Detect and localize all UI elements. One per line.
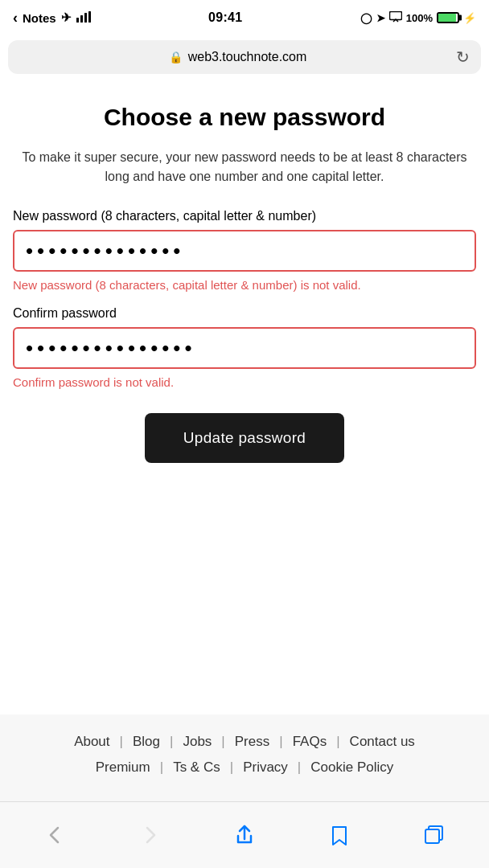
forward-button[interactable] [122,816,177,854]
tabs-button[interactable] [406,816,461,854]
status-bar: ‹ Notes ✈ 09:41 ◯ ➤ 100% ⚡ [0,0,489,35]
footer-link-jobs[interactable]: Jobs [173,734,221,750]
svg-rect-0 [76,18,79,23]
footer-link-privacy[interactable]: Privacy [233,760,298,776]
back-button[interactable] [28,816,83,854]
status-right: ◯ ➤ 100% ⚡ [360,11,476,25]
footer-link-faqs[interactable]: FAQs [283,734,337,750]
footer-link-press[interactable]: Press [225,734,279,750]
update-password-button[interactable]: Update password [145,413,344,463]
footer-link-tscs[interactable]: Ts & Cs [163,760,230,776]
app-name-label: Notes [23,11,56,25]
confirm-password-input[interactable] [13,327,476,369]
battery-percent: 100% [406,12,433,24]
gps-icon: ➤ [376,12,385,24]
svg-rect-3 [88,11,91,23]
battery-icon [437,12,459,23]
time-display: 09:41 [208,10,242,25]
refresh-icon[interactable]: ↻ [456,47,470,67]
new-password-input[interactable] [13,230,476,272]
share-button[interactable] [217,816,272,854]
svg-rect-2 [84,13,87,23]
svg-rect-5 [425,829,439,843]
address-content: 🔒 web3.touchnote.com [19,50,456,64]
footer-link-about[interactable]: About [64,734,119,750]
new-password-group: New password (8 characters, capital lett… [13,209,476,293]
location-icon: ◯ [360,12,372,24]
screen-mirror-icon [389,11,402,25]
confirm-password-label: Confirm password [13,306,476,321]
footer-row-1: About | Blog | Jobs | Press | FAQs | Con… [13,734,476,750]
svg-rect-1 [80,15,83,23]
new-password-error: New password (8 characters, capital lett… [13,276,476,293]
page-description: To make it super secure, your new passwo… [13,148,476,186]
status-left: ‹ Notes ✈ [13,10,91,27]
url-text: web3.touchnote.com [188,50,307,64]
charging-icon: ⚡ [463,12,476,24]
bookmarks-button[interactable] [312,816,367,854]
main-content: Choose a new password To make it super s… [0,79,489,682]
confirm-password-group: Confirm password Confirm password is not… [13,306,476,391]
footer-link-blog[interactable]: Blog [123,734,170,750]
footer: About | Blog | Jobs | Press | FAQs | Con… [0,714,489,801]
airplane-icon: ✈ [61,10,72,25]
bottom-nav [0,801,489,868]
back-arrow-icon: ‹ [13,10,18,27]
footer-link-premium[interactable]: Premium [86,760,160,776]
new-password-label: New password (8 characters, capital lett… [13,209,476,223]
footer-row-2: Premium | Ts & Cs | Privacy | Cookie Pol… [13,760,476,776]
address-bar[interactable]: 🔒 web3.touchnote.com ↻ [8,40,481,74]
signal-icon [76,11,91,25]
confirm-password-error: Confirm password is not valid. [13,374,476,391]
footer-link-cookies[interactable]: Cookie Policy [301,760,403,776]
page-title: Choose a new password [13,103,476,132]
footer-link-contact[interactable]: Contact us [340,734,425,750]
lock-icon: 🔒 [169,51,183,63]
